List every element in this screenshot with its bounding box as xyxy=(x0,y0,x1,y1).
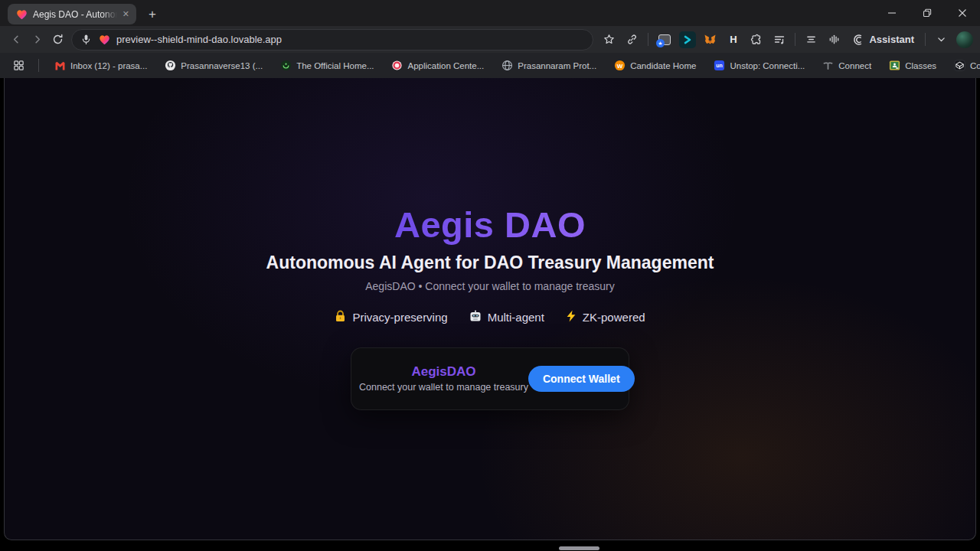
workday-icon: W xyxy=(613,60,626,72)
assistant-label: Assistant xyxy=(869,34,914,45)
bookmark-github[interactable]: Prasannaverse13 (... xyxy=(159,57,267,74)
tab-title: Aegis DAO - Autonomous AI xyxy=(33,9,117,20)
bookmark-classes[interactable]: Classes xyxy=(884,57,941,74)
bookmark-candidate-home[interactable]: W Candidate Home xyxy=(609,57,701,74)
site-favicon-heart-icon xyxy=(98,34,110,46)
aegis-dao-page: Aegis DAO Autonomous AI Agent for DAO Tr… xyxy=(4,78,976,540)
robot-icon xyxy=(469,310,482,324)
minimize-button[interactable] xyxy=(874,0,910,26)
metamask-extension-icon[interactable] xyxy=(701,30,720,50)
page-tagline: AegisDAO • Connect your wallet to manage… xyxy=(5,280,975,292)
toolbar-right-cluster: ★ H xyxy=(599,30,974,50)
bolt-icon xyxy=(566,310,577,324)
tab-list-icon[interactable] xyxy=(769,30,789,50)
feature-zk: ZK-powered xyxy=(566,310,645,324)
bookmark-unstop[interactable]: un Unstop: Connecti... xyxy=(708,57,809,74)
new-tab-button[interactable]: + xyxy=(142,5,162,24)
green-site-icon xyxy=(279,60,292,72)
bookmarks-divider xyxy=(38,59,39,72)
connect-wallet-button[interactable]: Connect Wallet xyxy=(528,366,635,392)
h-extension-icon[interactable]: H xyxy=(724,30,743,50)
copilot-icon xyxy=(852,34,864,46)
bookmark-codepen[interactable]: CodePen: Online... xyxy=(949,57,980,74)
voice-search-icon[interactable] xyxy=(80,34,92,46)
browser-titlebar: Aegis DAO - Autonomous AI ✕ + xyxy=(0,0,980,26)
lovable-heart-icon xyxy=(15,8,28,21)
bottom-letterbox xyxy=(0,540,980,551)
page-title: Aegis DAO xyxy=(394,204,586,246)
immersive-reader-icon[interactable] xyxy=(802,30,821,50)
unstop-icon: un xyxy=(713,60,725,72)
collections-icon[interactable]: ★ xyxy=(655,30,674,50)
classroom-icon xyxy=(888,60,900,72)
restore-button[interactable] xyxy=(910,0,945,26)
taskbar-indicator xyxy=(559,546,599,550)
arrow-extension-icon[interactable] xyxy=(678,30,697,50)
lock-icon xyxy=(335,310,346,324)
performance-bars-icon[interactable] xyxy=(825,30,844,50)
wallet-card-subtitle: Connect your wallet to manage treasury xyxy=(359,381,528,394)
url-text[interactable]: preview--shield-mind-dao.lovable.app xyxy=(116,34,282,45)
browser-tab[interactable]: Aegis DAO - Autonomous AI ✕ xyxy=(8,4,136,24)
page-viewport: Aegis DAO Autonomous AI Agent for DAO Tr… xyxy=(0,78,980,551)
apps-grid-icon[interactable] xyxy=(9,56,28,76)
refresh-button[interactable] xyxy=(47,29,68,50)
wallet-card: AegisDAO Connect your wallet to manage t… xyxy=(351,347,629,410)
codepen-icon xyxy=(953,60,965,72)
page-subtitle: Autonomous AI Agent for DAO Treasury Man… xyxy=(5,253,975,273)
feature-multi-agent: Multi-agent xyxy=(469,310,544,324)
wallet-card-title: AegisDAO xyxy=(359,364,528,381)
back-button[interactable] xyxy=(6,29,27,50)
copy-link-icon[interactable] xyxy=(622,30,642,50)
assistant-button[interactable]: Assistant xyxy=(848,30,919,50)
bookmarks-bar: Inbox (12) - prasa... Prasannaverse13 (.… xyxy=(0,53,980,78)
feature-privacy: Privacy-preserving xyxy=(335,310,447,324)
close-button[interactable] xyxy=(945,0,980,26)
forward-button[interactable] xyxy=(27,29,47,50)
favorite-star-icon[interactable] xyxy=(599,30,619,50)
feature-badges: Privacy-preserving xyxy=(5,310,975,324)
svg-text:un: un xyxy=(716,63,723,68)
gmail-icon xyxy=(54,60,66,72)
bookmark-official-home[interactable]: The Official Home... xyxy=(275,57,378,74)
tesla-icon xyxy=(822,60,834,72)
bookmark-prasannaram[interactable]: Prasannaram Prot... xyxy=(496,57,601,74)
bookmark-application-center[interactable]: Application Cente... xyxy=(387,57,489,74)
toolbar-divider xyxy=(795,33,795,46)
toolbar-divider xyxy=(925,33,926,46)
toolbar-divider xyxy=(648,33,648,46)
browser-window: Aegis DAO - Autonomous AI ✕ + xyxy=(0,0,980,551)
hero-section: Aegis DAO Autonomous AI Agent for DAO Tr… xyxy=(5,78,975,410)
bookmark-inbox[interactable]: Inbox (12) - prasa... xyxy=(49,57,152,74)
tab-close-icon[interactable]: ✕ xyxy=(122,10,129,18)
window-controls xyxy=(874,0,980,26)
chevron-down-icon[interactable] xyxy=(932,30,951,50)
globe-icon xyxy=(501,60,513,72)
svg-text:W: W xyxy=(616,63,622,70)
extensions-puzzle-icon[interactable] xyxy=(746,30,766,50)
red-ring-icon xyxy=(391,60,403,72)
profile-avatar[interactable] xyxy=(955,30,974,50)
bookmark-connect[interactable]: Connect xyxy=(817,57,876,74)
browser-toolbar: preview--shield-mind-dao.lovable.app ★ xyxy=(0,26,980,53)
address-bar[interactable]: preview--shield-mind-dao.lovable.app xyxy=(71,29,593,51)
wallet-card-text: AegisDAO Connect your wallet to manage t… xyxy=(359,364,528,394)
github-icon xyxy=(164,60,176,72)
